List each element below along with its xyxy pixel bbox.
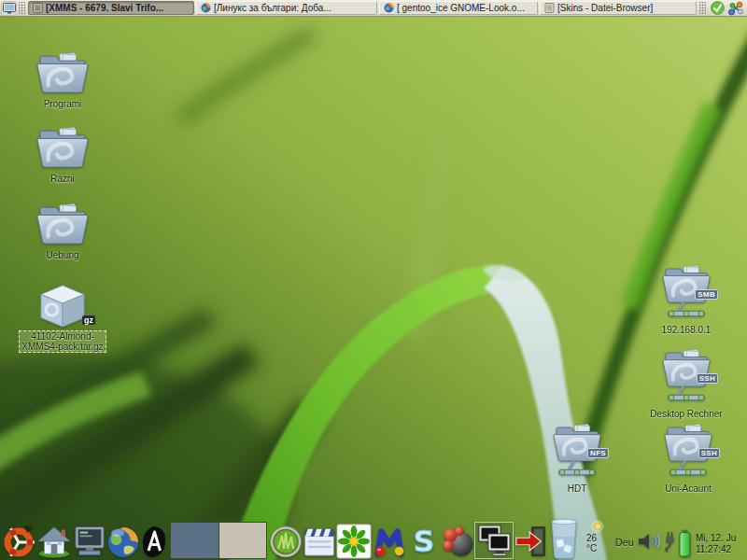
logout-button[interactable] xyxy=(514,524,547,559)
water-glass-applet[interactable] xyxy=(547,518,581,559)
desktop-icon-ssh-desktop-rechner[interactable]: SSH Desktop Rechner xyxy=(635,349,738,421)
desktop-icon-label: Programi xyxy=(42,99,84,109)
clock-date: Mi, 12. Ju xyxy=(696,533,747,544)
home-icon xyxy=(35,522,73,559)
share-type-badge: SSH xyxy=(697,373,718,384)
task-label: [Линукс за българи: Доба... xyxy=(214,3,331,13)
keyboard-layout-indicator[interactable]: Deu xyxy=(615,537,634,548)
terminal-icon xyxy=(73,525,106,559)
desktop-wallpaper xyxy=(0,0,747,560)
firefox-icon xyxy=(201,3,211,13)
home-button[interactable] xyxy=(35,522,73,559)
updates-ok-icon[interactable] xyxy=(711,1,725,15)
desktop-icon-uebung[interactable]: Uebung xyxy=(20,203,106,262)
taskbar-button-browser1[interactable]: [Линукс за българи: Доба... xyxy=(196,1,377,15)
video-clapper-button[interactable] xyxy=(303,525,336,559)
battery-icon xyxy=(678,529,692,557)
svg-text:S: S xyxy=(413,524,434,559)
water-glass-icon xyxy=(547,518,581,559)
clock-time: 11:27:42 xyxy=(696,544,747,555)
share-type-badge: SMB xyxy=(695,289,718,300)
sun-icon xyxy=(590,520,605,533)
battery-applet[interactable] xyxy=(678,529,692,557)
desktop-icon-razni[interactable]: Razni xyxy=(20,127,106,186)
clock-applet[interactable]: Mi, 12. Ju 11:27:42 xyxy=(696,533,747,554)
desktop-icon-label: HDT xyxy=(566,483,589,494)
status-area: 26 °C Deu xyxy=(547,518,747,559)
amsn-button[interactable] xyxy=(372,524,407,559)
panel-handle[interactable] xyxy=(19,2,25,14)
icq-icon xyxy=(336,524,372,559)
task-label: [XMMS - 6679. Slavi Trifo... xyxy=(46,3,163,13)
show-desktop-button[interactable] xyxy=(1,1,17,16)
video-clapper-icon xyxy=(303,525,336,559)
archive-type-badge: gz xyxy=(82,315,95,325)
abiword-button[interactable] xyxy=(140,525,168,559)
desktop-icon-programi[interactable]: Programi xyxy=(20,52,106,111)
web-browser-icon xyxy=(106,524,140,559)
tray-handle[interactable] xyxy=(699,2,706,14)
power-plug-applet[interactable] xyxy=(664,530,676,553)
desktop-icon-label: Desktop Rechner xyxy=(648,409,724,419)
network-shares-icon[interactable] xyxy=(727,1,744,16)
taskbar-button-browser2[interactable]: [ gentoo_ice GNOME-Look.o... xyxy=(379,1,538,15)
logout-icon xyxy=(514,524,547,559)
desktop-icon-label: Uebung xyxy=(44,250,80,260)
volume-applet[interactable] xyxy=(638,532,662,551)
xmms-icon xyxy=(33,3,43,13)
ubuntu-menu-button[interactable] xyxy=(2,524,35,559)
web-browser-button[interactable] xyxy=(106,524,140,559)
desktop-icon-label: Razni xyxy=(49,174,77,184)
task-label: [ gentoo_ice GNOME-Look.o... xyxy=(397,3,525,13)
taskbar-button-xmms[interactable]: [XMMS - 6679. Slavi Trifo... xyxy=(28,1,194,15)
spheres-button[interactable] xyxy=(441,524,474,559)
desktop-icon-smb-share[interactable]: SMB 192.168.0.1 xyxy=(643,265,729,337)
amsn-icon xyxy=(372,524,407,559)
skype-button[interactable]: S xyxy=(407,524,441,559)
share-type-badge: SSH xyxy=(698,448,720,458)
plug-icon xyxy=(664,530,676,553)
workspace-1[interactable] xyxy=(171,523,219,558)
desktop-icon-archive[interactable]: gz 41102-Almond-XMMS4-pack.tar.gz xyxy=(13,282,112,354)
skype-icon: S xyxy=(407,524,441,559)
top-panel: [XMMS - 6679. Slavi Trifo... [Линукс за … xyxy=(0,0,747,17)
weather-applet[interactable]: 26 °C xyxy=(586,520,610,553)
desktop-icon-label: 192.168.0.1 xyxy=(660,325,713,335)
icq-button[interactable] xyxy=(336,524,372,559)
green-emblem-icon xyxy=(269,525,303,559)
green-emblem-button[interactable] xyxy=(269,525,303,559)
abiword-icon xyxy=(140,525,168,559)
terminal-button[interactable] xyxy=(73,525,106,559)
desktop-icon-nfs-hdt[interactable]: NFS HDT xyxy=(534,424,620,496)
share-type-badge: NFS xyxy=(587,448,609,458)
desktop-icon-ssh-uni-acaunt[interactable]: SSH Uni-Acaunt xyxy=(645,424,731,496)
workspace-2[interactable] xyxy=(219,523,267,558)
temperature-label: 26 °C xyxy=(586,533,610,553)
file-manager-icon xyxy=(544,3,555,13)
desktop-icon-label: 41102-Almond-XMMS4-pack.tar.gz xyxy=(19,330,106,353)
folder-icon xyxy=(35,203,90,245)
folder-icon xyxy=(35,52,90,94)
task-label: [Skins - Datei-Browser] xyxy=(557,3,653,13)
ubuntu-menu-icon xyxy=(2,524,35,559)
workspace-pager xyxy=(170,522,267,559)
folder-icon xyxy=(35,127,90,169)
firefox-icon xyxy=(384,3,394,13)
system-tray xyxy=(698,1,747,16)
taskbar-button-filemanager[interactable]: [Skins - Datei-Browser] xyxy=(540,1,697,15)
bottom-panel: S xyxy=(0,515,747,560)
speaker-icon xyxy=(638,532,662,551)
desktop-icon-label: Uni-Acaunt xyxy=(663,483,712,494)
displays-button[interactable] xyxy=(474,522,514,559)
monitor-icon xyxy=(3,3,16,14)
displays-icon xyxy=(474,522,514,559)
spheres-icon xyxy=(441,524,474,559)
launcher-area: S xyxy=(2,522,547,559)
